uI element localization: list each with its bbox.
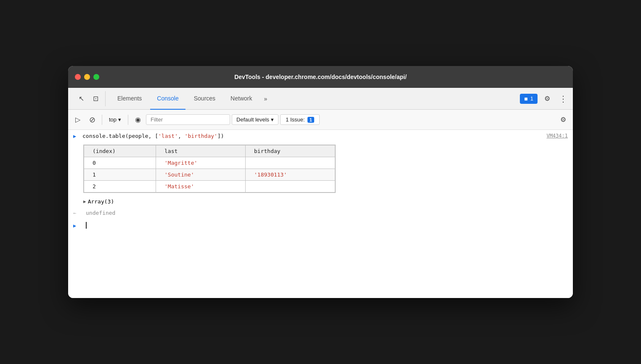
- console-command-line: ▶ console.table(people, ['last', 'birthd…: [68, 130, 573, 143]
- device-toolbar-button[interactable]: ⊡: [89, 92, 102, 105]
- tab-elements[interactable]: Elements: [111, 88, 148, 110]
- issue-count-label: 1 Issue:: [286, 116, 305, 123]
- toolbar-separator-2: [128, 115, 128, 125]
- console-settings-gear-icon: ⚙: [560, 116, 566, 124]
- issues-badge-button[interactable]: ■ 1: [520, 94, 538, 104]
- cell-index-1: 1: [84, 169, 156, 181]
- tab-network[interactable]: Network: [224, 88, 259, 110]
- sidebar-open-button[interactable]: ▷: [72, 113, 84, 126]
- tab-network-label: Network: [230, 95, 252, 102]
- undefined-label: undefined: [86, 210, 115, 216]
- more-tabs-icon: »: [264, 95, 267, 102]
- context-selector[interactable]: top ▾: [106, 115, 124, 124]
- code-suffix: ]): [217, 133, 224, 139]
- clear-console-button[interactable]: ⊘: [86, 113, 98, 126]
- issue-count-icon: 1: [307, 117, 314, 123]
- tab-bar-left-icons: ↖ ⊡: [72, 91, 106, 106]
- console-content: ▶ console.table(people, ['last', 'birthd…: [68, 130, 573, 298]
- inspect-icon: ↖: [79, 95, 84, 103]
- cell-last-1: 'Soutine': [156, 169, 246, 181]
- cursor-blink: [86, 222, 87, 229]
- settings-gear-icon: ⚙: [544, 95, 550, 103]
- return-arrow: ←: [73, 210, 79, 216]
- minimize-button[interactable]: [84, 74, 90, 80]
- table-header-birthday: birthday: [246, 145, 335, 157]
- undefined-line: ← undefined: [68, 207, 573, 219]
- table-row: 0 'Magritte': [84, 157, 335, 169]
- cell-birthday-1: '18930113': [246, 169, 335, 181]
- cursor-line[interactable]: ▶: [68, 219, 573, 232]
- maximize-button[interactable]: [93, 74, 99, 80]
- traffic-lights: [75, 74, 99, 80]
- title-bar: DevTools - developer.chrome.com/docs/dev…: [68, 66, 573, 88]
- prompt-arrow: ▶: [73, 222, 79, 229]
- table-row: 2 'Matisse': [84, 181, 335, 193]
- console-toolbar: ▷ ⊘ top ▾ ◉ Default levels ▾ 1 Issue: 1 …: [68, 110, 573, 130]
- more-vert-icon: ⋮: [559, 94, 567, 104]
- sidebar-open-icon: ▷: [75, 116, 80, 124]
- issues-count: 1: [530, 95, 533, 102]
- cell-index-2: 2: [84, 181, 156, 193]
- table-row: 1 'Soutine' '18930113': [84, 169, 335, 181]
- toolbar-separator-1: [102, 115, 102, 125]
- default-levels-label: Default levels: [236, 116, 269, 123]
- array-expand-triangle[interactable]: ▶: [83, 199, 86, 204]
- tab-sources[interactable]: Sources: [187, 88, 222, 110]
- issues-square-icon: ■: [524, 95, 527, 102]
- array-line: ▶ Array(3): [68, 196, 573, 207]
- array-label: Array(3): [88, 198, 114, 205]
- more-tabs-button[interactable]: »: [260, 94, 270, 104]
- code-arg2: 'birthday': [185, 133, 217, 139]
- close-button[interactable]: [75, 74, 81, 80]
- filter-input[interactable]: [146, 114, 230, 125]
- default-levels-button[interactable]: Default levels ▾: [232, 114, 278, 125]
- console-code: console.table(people, ['last', 'birthday…: [82, 132, 546, 140]
- window-title: DevTools - developer.chrome.com/docs/dev…: [234, 74, 407, 80]
- devtools-window: DevTools - developer.chrome.com/docs/dev…: [68, 66, 573, 298]
- cell-birthday-2: [246, 181, 335, 193]
- console-settings-button[interactable]: ⚙: [557, 113, 569, 126]
- settings-button[interactable]: ⚙: [541, 92, 554, 105]
- eye-icon: ◉: [135, 116, 141, 124]
- table-header-index: (index): [84, 145, 156, 157]
- console-table: (index) last birthday 0 'Magritte' 1 'So…: [84, 145, 335, 193]
- console-table-wrapper: (index) last birthday 0 'Magritte' 1 'So…: [83, 145, 336, 193]
- tab-sources-label: Sources: [194, 95, 215, 102]
- command-arrow[interactable]: ▶: [73, 132, 79, 140]
- cell-birthday-0: [246, 157, 335, 169]
- device-icon: ⊡: [93, 95, 98, 103]
- more-options-button[interactable]: ⋮: [557, 92, 569, 105]
- context-label: top: [109, 116, 117, 123]
- table-header-last: last: [156, 145, 246, 157]
- inspect-element-button[interactable]: ↖: [75, 92, 87, 105]
- default-levels-arrow: ▾: [271, 116, 274, 123]
- code-arg1: 'last': [158, 133, 178, 139]
- tab-console-label: Console: [157, 95, 178, 102]
- vm-link[interactable]: VM434:1: [546, 132, 568, 140]
- tab-bar-right: ■ 1 ⚙ ⋮: [520, 92, 569, 105]
- cell-last-2: 'Matisse': [156, 181, 246, 193]
- tab-elements-label: Elements: [117, 95, 142, 102]
- context-dropdown-arrow: ▾: [118, 116, 121, 123]
- code-prefix: console.table(people, [: [82, 133, 158, 139]
- tab-bar: ↖ ⊡ Elements Console Sources Network » ■…: [68, 88, 573, 110]
- code-comma: ,: [178, 133, 185, 139]
- cell-index-0: 0: [84, 157, 156, 169]
- cell-last-0: 'Magritte': [156, 157, 246, 169]
- issue-count-badge[interactable]: 1 Issue: 1: [280, 114, 320, 125]
- eye-button[interactable]: ◉: [132, 113, 144, 126]
- tab-console[interactable]: Console: [150, 88, 185, 110]
- clear-icon: ⊘: [89, 115, 95, 124]
